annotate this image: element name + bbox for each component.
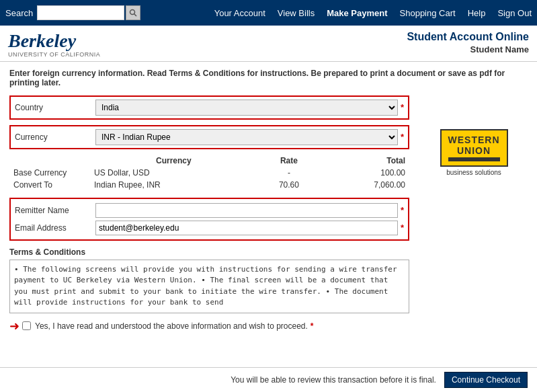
search-label: Search [5, 8, 33, 18]
western-union-section: WESTERN UNION business solutions [420, 129, 528, 334]
wu-subtitle: business solutions [446, 169, 501, 176]
email-input[interactable] [95, 221, 398, 235]
page-title: Student Account Online [407, 31, 529, 43]
country-select[interactable]: India China Brazil [95, 100, 398, 116]
email-required: * [401, 223, 404, 233]
nav-sign-out[interactable]: Sign Out [497, 8, 532, 18]
email-row: Email Address * [15, 221, 404, 235]
form-layout: Country India China Brazil * Currency IN… [9, 95, 528, 334]
svg-line-1 [134, 14, 137, 17]
nav-links: Your Account View Bills Make Payment Sho… [214, 8, 532, 18]
table-header-rate: Rate [257, 155, 321, 167]
main-content: Enter foreign currency information. Read… [0, 62, 537, 340]
nav-help[interactable]: Help [468, 8, 486, 18]
wu-bar [448, 157, 500, 161]
instruction-text: Enter foreign currency information. Read… [9, 69, 528, 87]
base-currency-label: Base Currency [9, 167, 90, 179]
terms-content: • The following screens will provide you… [14, 265, 397, 307]
contact-form: Remitter Name * Email Address * [9, 198, 409, 241]
convert-to-rate: 70.60 [257, 179, 321, 191]
wu-text-line1: WESTERN [448, 134, 500, 145]
remitter-row: Remitter Name * [15, 203, 404, 218]
continue-checkout-button[interactable]: Continue Checkout [444, 372, 528, 388]
country-label: Country [15, 103, 95, 112]
base-currency-rate: - [257, 167, 321, 179]
convert-to-label: Convert To [9, 179, 90, 191]
search-icon [129, 9, 137, 17]
form-left: Country India China Brazil * Currency IN… [9, 95, 409, 334]
student-name: Student Name [407, 44, 529, 54]
remitter-required: * [401, 205, 404, 215]
checkbox-required: * [311, 321, 314, 331]
wu-text-line2: UNION [448, 145, 500, 156]
table-header-empty [9, 155, 90, 167]
nav-your-account[interactable]: Your Account [214, 8, 265, 18]
agree-checkbox[interactable] [22, 321, 31, 330]
logo-uc-text: UNIVERSITY OF CALIFORNIA [8, 52, 100, 58]
checkbox-label: Yes, I have read and understood the abov… [35, 321, 308, 331]
terms-title: Terms & Conditions [9, 247, 409, 257]
convert-to-currency: Indian Rupee, INR [90, 179, 257, 191]
currency-label: Currency [15, 132, 95, 142]
nav-make-payment[interactable]: Make Payment [327, 8, 387, 18]
nav-bar: Search Your Account View Bills Make Paym… [0, 0, 537, 26]
base-currency-total: 100.00 [321, 167, 409, 179]
terms-box[interactable]: • The following screens will provide you… [9, 260, 409, 313]
nav-shopping-cart[interactable]: Shopping Cart [400, 8, 456, 18]
currency-select[interactable]: INR - Indian Rupee CNY - Chinese Yuan [95, 129, 398, 145]
arrow-indicator: ➜ [9, 319, 19, 334]
nav-view-bills[interactable]: View Bills [278, 8, 315, 18]
header-right: Student Account Online Student Name [407, 31, 529, 54]
country-row: Country India China Brazil * [9, 95, 409, 120]
header-section: Berkeley UNIVERSITY OF CALIFORNIA Studen… [0, 26, 537, 62]
remitter-input[interactable] [95, 203, 398, 218]
table-row: Convert To Indian Rupee, INR 70.60 7,060… [9, 179, 409, 191]
logo-berkeley-text: Berkeley [8, 31, 100, 52]
base-currency-value: US Dollar, USD [90, 167, 257, 179]
search-input[interactable] [37, 5, 124, 20]
country-required: * [401, 102, 404, 112]
berkeley-logo: Berkeley UNIVERSITY OF CALIFORNIA [8, 31, 100, 58]
email-label: Email Address [15, 223, 95, 233]
checkbox-row: ➜ Yes, I have read and understood the ab… [9, 319, 409, 334]
remitter-label: Remitter Name [15, 206, 95, 215]
wu-logo: WESTERN UNION [440, 129, 508, 167]
footer-review-text: You will be able to review this transact… [231, 375, 436, 385]
currency-table: Currency Rate Total Base Currency US Dol… [9, 155, 409, 191]
table-header-currency: Currency [90, 155, 257, 167]
footer: You will be able to review this transact… [0, 367, 537, 392]
convert-to-total: 7,060.00 [321, 179, 409, 191]
search-button[interactable] [126, 5, 140, 20]
currency-row: Currency INR - Indian Rupee CNY - Chines… [9, 125, 409, 149]
svg-point-0 [130, 10, 135, 15]
table-header-total: Total [321, 155, 409, 167]
table-row: Base Currency US Dollar, USD - 100.00 [9, 167, 409, 179]
currency-required: * [401, 132, 404, 142]
